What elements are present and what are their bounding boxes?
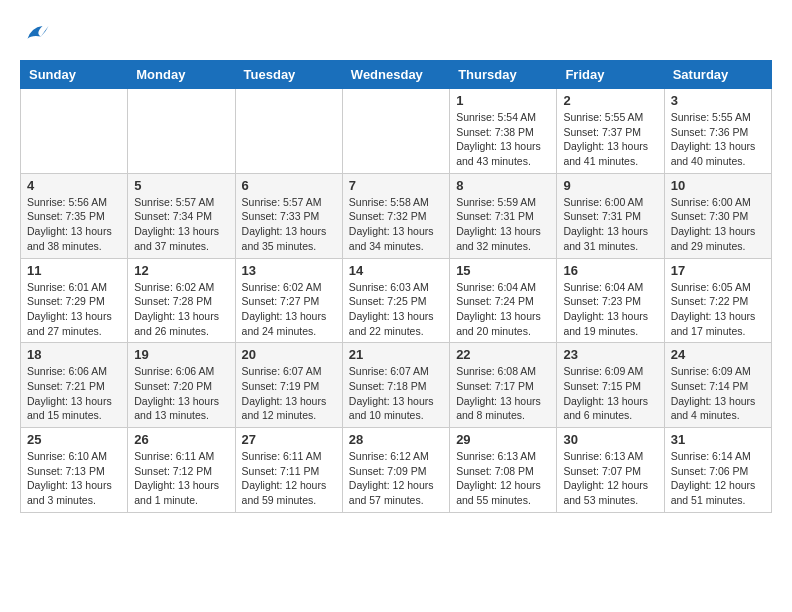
day-of-week-header: Sunday — [21, 61, 128, 89]
day-info: Sunrise: 6:09 AM Sunset: 7:14 PM Dayligh… — [671, 364, 765, 423]
calendar-day-cell: 13Sunrise: 6:02 AM Sunset: 7:27 PM Dayli… — [235, 258, 342, 343]
calendar-day-cell: 12Sunrise: 6:02 AM Sunset: 7:28 PM Dayli… — [128, 258, 235, 343]
day-info: Sunrise: 5:59 AM Sunset: 7:31 PM Dayligh… — [456, 195, 550, 254]
calendar-day-cell: 7Sunrise: 5:58 AM Sunset: 7:32 PM Daylig… — [342, 173, 449, 258]
day-info: Sunrise: 6:02 AM Sunset: 7:27 PM Dayligh… — [242, 280, 336, 339]
day-info: Sunrise: 6:14 AM Sunset: 7:06 PM Dayligh… — [671, 449, 765, 508]
day-info: Sunrise: 6:05 AM Sunset: 7:22 PM Dayligh… — [671, 280, 765, 339]
calendar-day-cell: 31Sunrise: 6:14 AM Sunset: 7:06 PM Dayli… — [664, 428, 771, 513]
calendar-day-cell: 2Sunrise: 5:55 AM Sunset: 7:37 PM Daylig… — [557, 89, 664, 174]
day-number: 20 — [242, 347, 336, 362]
day-info: Sunrise: 6:13 AM Sunset: 7:08 PM Dayligh… — [456, 449, 550, 508]
day-number: 1 — [456, 93, 550, 108]
day-info: Sunrise: 6:04 AM Sunset: 7:24 PM Dayligh… — [456, 280, 550, 339]
day-number: 9 — [563, 178, 657, 193]
calendar-day-cell: 5Sunrise: 5:57 AM Sunset: 7:34 PM Daylig… — [128, 173, 235, 258]
calendar-day-cell: 10Sunrise: 6:00 AM Sunset: 7:30 PM Dayli… — [664, 173, 771, 258]
calendar-day-cell: 26Sunrise: 6:11 AM Sunset: 7:12 PM Dayli… — [128, 428, 235, 513]
day-number: 31 — [671, 432, 765, 447]
calendar-day-cell: 11Sunrise: 6:01 AM Sunset: 7:29 PM Dayli… — [21, 258, 128, 343]
day-info: Sunrise: 6:06 AM Sunset: 7:20 PM Dayligh… — [134, 364, 228, 423]
day-info: Sunrise: 6:07 AM Sunset: 7:18 PM Dayligh… — [349, 364, 443, 423]
calendar-day-cell: 22Sunrise: 6:08 AM Sunset: 7:17 PM Dayli… — [450, 343, 557, 428]
day-info: Sunrise: 5:55 AM Sunset: 7:36 PM Dayligh… — [671, 110, 765, 169]
day-info: Sunrise: 6:03 AM Sunset: 7:25 PM Dayligh… — [349, 280, 443, 339]
day-number: 13 — [242, 263, 336, 278]
calendar-day-cell: 4Sunrise: 5:56 AM Sunset: 7:35 PM Daylig… — [21, 173, 128, 258]
calendar-day-cell: 18Sunrise: 6:06 AM Sunset: 7:21 PM Dayli… — [21, 343, 128, 428]
calendar-week-row: 1Sunrise: 5:54 AM Sunset: 7:38 PM Daylig… — [21, 89, 772, 174]
day-number: 27 — [242, 432, 336, 447]
day-info: Sunrise: 6:00 AM Sunset: 7:31 PM Dayligh… — [563, 195, 657, 254]
day-number: 4 — [27, 178, 121, 193]
days-of-week-row: SundayMondayTuesdayWednesdayThursdayFrid… — [21, 61, 772, 89]
calendar-day-cell: 23Sunrise: 6:09 AM Sunset: 7:15 PM Dayli… — [557, 343, 664, 428]
calendar-day-cell — [235, 89, 342, 174]
day-info: Sunrise: 6:11 AM Sunset: 7:12 PM Dayligh… — [134, 449, 228, 508]
day-number: 3 — [671, 93, 765, 108]
day-number: 19 — [134, 347, 228, 362]
calendar-week-row: 11Sunrise: 6:01 AM Sunset: 7:29 PM Dayli… — [21, 258, 772, 343]
day-of-week-header: Monday — [128, 61, 235, 89]
day-info: Sunrise: 5:57 AM Sunset: 7:33 PM Dayligh… — [242, 195, 336, 254]
day-number: 14 — [349, 263, 443, 278]
day-info: Sunrise: 6:08 AM Sunset: 7:17 PM Dayligh… — [456, 364, 550, 423]
day-number: 29 — [456, 432, 550, 447]
day-of-week-header: Thursday — [450, 61, 557, 89]
day-info: Sunrise: 6:00 AM Sunset: 7:30 PM Dayligh… — [671, 195, 765, 254]
day-number: 24 — [671, 347, 765, 362]
day-of-week-header: Wednesday — [342, 61, 449, 89]
calendar-week-row: 25Sunrise: 6:10 AM Sunset: 7:13 PM Dayli… — [21, 428, 772, 513]
calendar-day-cell: 27Sunrise: 6:11 AM Sunset: 7:11 PM Dayli… — [235, 428, 342, 513]
day-number: 16 — [563, 263, 657, 278]
calendar-table: SundayMondayTuesdayWednesdayThursdayFrid… — [20, 60, 772, 513]
calendar-day-cell: 16Sunrise: 6:04 AM Sunset: 7:23 PM Dayli… — [557, 258, 664, 343]
day-info: Sunrise: 6:11 AM Sunset: 7:11 PM Dayligh… — [242, 449, 336, 508]
day-of-week-header: Friday — [557, 61, 664, 89]
logo — [20, 20, 54, 50]
day-number: 22 — [456, 347, 550, 362]
calendar-day-cell: 21Sunrise: 6:07 AM Sunset: 7:18 PM Dayli… — [342, 343, 449, 428]
day-number: 17 — [671, 263, 765, 278]
day-number: 30 — [563, 432, 657, 447]
calendar-day-cell: 1Sunrise: 5:54 AM Sunset: 7:38 PM Daylig… — [450, 89, 557, 174]
day-number: 6 — [242, 178, 336, 193]
day-info: Sunrise: 6:13 AM Sunset: 7:07 PM Dayligh… — [563, 449, 657, 508]
calendar-week-row: 4Sunrise: 5:56 AM Sunset: 7:35 PM Daylig… — [21, 173, 772, 258]
calendar-day-cell: 20Sunrise: 6:07 AM Sunset: 7:19 PM Dayli… — [235, 343, 342, 428]
day-number: 25 — [27, 432, 121, 447]
calendar-body: 1Sunrise: 5:54 AM Sunset: 7:38 PM Daylig… — [21, 89, 772, 513]
day-info: Sunrise: 6:09 AM Sunset: 7:15 PM Dayligh… — [563, 364, 657, 423]
calendar-day-cell: 8Sunrise: 5:59 AM Sunset: 7:31 PM Daylig… — [450, 173, 557, 258]
logo-bird-icon — [20, 20, 50, 50]
calendar-day-cell: 17Sunrise: 6:05 AM Sunset: 7:22 PM Dayli… — [664, 258, 771, 343]
calendar-day-cell: 25Sunrise: 6:10 AM Sunset: 7:13 PM Dayli… — [21, 428, 128, 513]
calendar-day-cell: 29Sunrise: 6:13 AM Sunset: 7:08 PM Dayli… — [450, 428, 557, 513]
day-info: Sunrise: 5:57 AM Sunset: 7:34 PM Dayligh… — [134, 195, 228, 254]
page-header — [20, 20, 772, 50]
calendar-day-cell: 28Sunrise: 6:12 AM Sunset: 7:09 PM Dayli… — [342, 428, 449, 513]
calendar-day-cell — [128, 89, 235, 174]
day-number: 12 — [134, 263, 228, 278]
day-number: 5 — [134, 178, 228, 193]
day-info: Sunrise: 6:10 AM Sunset: 7:13 PM Dayligh… — [27, 449, 121, 508]
day-info: Sunrise: 6:07 AM Sunset: 7:19 PM Dayligh… — [242, 364, 336, 423]
day-number: 23 — [563, 347, 657, 362]
calendar-day-cell — [342, 89, 449, 174]
day-info: Sunrise: 6:04 AM Sunset: 7:23 PM Dayligh… — [563, 280, 657, 339]
day-of-week-header: Saturday — [664, 61, 771, 89]
day-info: Sunrise: 5:56 AM Sunset: 7:35 PM Dayligh… — [27, 195, 121, 254]
calendar-week-row: 18Sunrise: 6:06 AM Sunset: 7:21 PM Dayli… — [21, 343, 772, 428]
day-info: Sunrise: 5:54 AM Sunset: 7:38 PM Dayligh… — [456, 110, 550, 169]
calendar-day-cell: 24Sunrise: 6:09 AM Sunset: 7:14 PM Dayli… — [664, 343, 771, 428]
day-info: Sunrise: 5:55 AM Sunset: 7:37 PM Dayligh… — [563, 110, 657, 169]
day-number: 8 — [456, 178, 550, 193]
day-number: 26 — [134, 432, 228, 447]
calendar-day-cell: 19Sunrise: 6:06 AM Sunset: 7:20 PM Dayli… — [128, 343, 235, 428]
day-number: 11 — [27, 263, 121, 278]
day-info: Sunrise: 6:01 AM Sunset: 7:29 PM Dayligh… — [27, 280, 121, 339]
calendar-header: SundayMondayTuesdayWednesdayThursdayFrid… — [21, 61, 772, 89]
calendar-day-cell: 15Sunrise: 6:04 AM Sunset: 7:24 PM Dayli… — [450, 258, 557, 343]
day-number: 18 — [27, 347, 121, 362]
day-number: 7 — [349, 178, 443, 193]
